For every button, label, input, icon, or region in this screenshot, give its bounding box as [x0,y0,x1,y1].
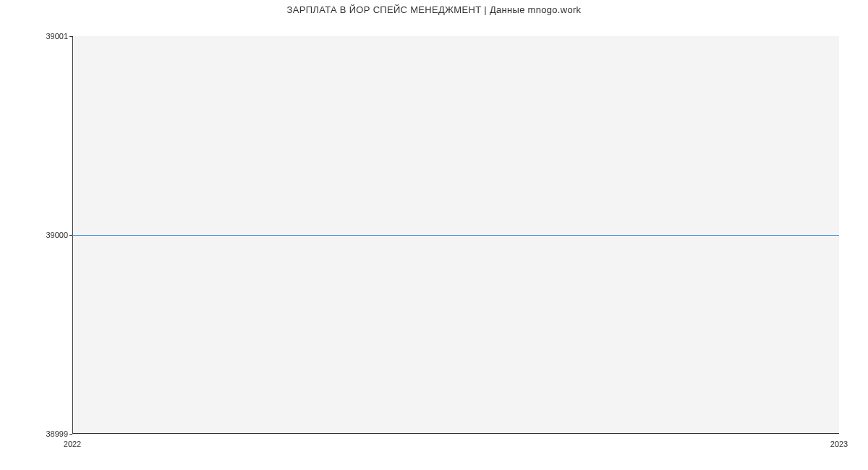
chart-container: ЗАРПЛАТА В ЙОР СПЕЙС МЕНЕДЖМЕНТ | Данные… [0,0,868,470]
chart-title: ЗАРПЛАТА В ЙОР СПЕЙС МЕНЕДЖМЕНТ | Данные… [0,4,868,15]
y-tick [69,36,72,37]
x-tick-label: 2023 [830,440,848,448]
x-tick-label: 2022 [64,440,81,448]
series-line [72,235,839,236]
y-tick-label: 38999 [3,430,68,438]
y-tick [69,434,72,435]
y-tick-label: 39000 [3,231,68,239]
y-tick-label: 39001 [3,32,68,40]
